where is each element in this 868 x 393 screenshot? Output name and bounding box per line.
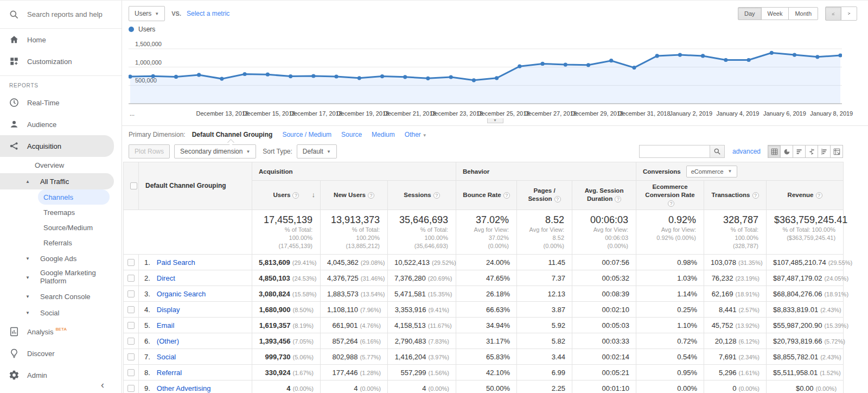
sidebar-item-referrals[interactable]: Referrals bbox=[0, 235, 122, 250]
sidebar-item-real-time[interactable]: Real-Time bbox=[0, 92, 122, 113]
column-header-sessions[interactable]: Sessions? bbox=[388, 181, 456, 210]
sidebar-item-source-medium[interactable]: Source/Medium bbox=[0, 220, 122, 235]
row-checkbox[interactable] bbox=[124, 270, 139, 286]
x-axis-tick: January 2, 2019 bbox=[669, 110, 712, 117]
granularity-month-button[interactable]: Month bbox=[788, 7, 818, 20]
dimension-source-link[interactable]: Source bbox=[341, 131, 362, 138]
sort-type-button[interactable]: Default ▼ bbox=[297, 144, 337, 159]
performance-view-button[interactable] bbox=[793, 145, 806, 158]
select-metric-link[interactable]: Select a metric bbox=[187, 10, 229, 17]
table-view-toggle bbox=[768, 145, 843, 158]
channel-link[interactable]: (Other) bbox=[157, 337, 179, 345]
channel-link[interactable]: Other Advertising bbox=[157, 384, 211, 392]
column-header-new-users[interactable]: New Users? bbox=[321, 181, 388, 210]
column-header-default-channel-grouping[interactable]: Default Channel Grouping bbox=[139, 162, 252, 210]
column-header-transactions[interactable]: Transactions? bbox=[704, 181, 767, 210]
row-checkbox[interactable] bbox=[124, 349, 139, 365]
sidebar-item-acquisition[interactable]: Acquisition bbox=[0, 135, 114, 157]
dimension-default-channel-grouping[interactable]: Default Channel Grouping bbox=[192, 131, 273, 138]
table-search-button[interactable] bbox=[710, 145, 725, 158]
pivot-view-button[interactable] bbox=[830, 145, 843, 158]
help-icon[interactable]: ? bbox=[816, 192, 822, 199]
expand-down-icon[interactable]: ▼ bbox=[25, 275, 31, 280]
percentage-view-button[interactable] bbox=[780, 145, 793, 158]
help-icon[interactable]: ? bbox=[433, 192, 440, 199]
line-chart-button[interactable] bbox=[825, 7, 841, 21]
row-checkbox[interactable] bbox=[124, 318, 139, 333]
expand-down-icon[interactable]: ▼ bbox=[25, 310, 31, 315]
column-header-users[interactable]: Users?↓ bbox=[252, 181, 321, 210]
channel-link[interactable]: Email bbox=[157, 321, 175, 329]
chart-expand-handle[interactable]: ▼ bbox=[487, 118, 503, 123]
motion-chart-button[interactable] bbox=[841, 7, 857, 21]
help-icon[interactable]: ? bbox=[368, 192, 374, 199]
chart-canvas[interactable]: 500,0001,000,0001,500,000 bbox=[129, 35, 842, 107]
data-view-button[interactable] bbox=[768, 145, 781, 158]
column-header-revenue[interactable]: Revenue? bbox=[767, 181, 844, 210]
sidebar-item-treemaps[interactable]: Treemaps bbox=[0, 205, 122, 220]
sidebar-item-all-traffic[interactable]: ▲All Traffic bbox=[0, 173, 114, 189]
sidebar-item-discover[interactable]: Discover bbox=[0, 343, 122, 364]
channel-link[interactable]: Paid Search bbox=[157, 258, 195, 267]
help-icon[interactable]: ? bbox=[752, 192, 759, 199]
sidebar-item-audience[interactable]: Audience bbox=[0, 113, 122, 135]
row-checkbox[interactable] bbox=[124, 365, 139, 381]
dimension-other-dropdown[interactable]: Other▼ bbox=[405, 131, 427, 138]
metric-selector-button[interactable]: Users ▼ bbox=[129, 6, 165, 21]
help-icon[interactable]: ? bbox=[503, 192, 510, 199]
granularity-week-button[interactable]: Week bbox=[761, 7, 789, 20]
column-header-bounce-rate[interactable]: Bounce Rate? bbox=[456, 181, 517, 210]
channel-link[interactable]: Social bbox=[157, 353, 176, 361]
sidebar-item-google-marketing-platform[interactable]: ▼Google Marketing Platform bbox=[0, 267, 122, 288]
table-search-input[interactable] bbox=[639, 145, 710, 158]
collapse-up-icon[interactable]: ▲ bbox=[25, 179, 31, 184]
column-header-ecommerce-conversion-rate[interactable]: Ecommerce Conversion Rate? bbox=[636, 181, 704, 210]
sidebar-item-analysis[interactable]: AnalysisBETA bbox=[0, 321, 122, 343]
help-icon[interactable]: ? bbox=[615, 196, 621, 202]
sidebar-item-social[interactable]: ▼Social bbox=[0, 305, 122, 321]
total-avg-session-duration: 00:06:03Avg for View: 00:06:03(0.00%) bbox=[572, 210, 636, 255]
metric-cell-ecommerce-conversion-rate: 0.95% bbox=[636, 365, 704, 381]
plot-rows-button[interactable]: Plot Rows bbox=[129, 144, 170, 159]
row-checkbox[interactable] bbox=[124, 286, 139, 302]
expand-down-icon[interactable]: ▼ bbox=[25, 256, 31, 261]
help-icon[interactable]: ? bbox=[554, 196, 561, 202]
users-legend-label: Users bbox=[138, 26, 155, 33]
column-header-pages-session[interactable]: Pages / Session? bbox=[517, 181, 572, 210]
channel-link[interactable]: Referral bbox=[157, 369, 182, 377]
sort-descending-icon[interactable]: ↓ bbox=[312, 191, 316, 200]
sidebar-item-overview[interactable]: Overview bbox=[0, 157, 122, 173]
metric-selector-value: Users bbox=[135, 10, 151, 17]
sidebar-item-home[interactable]: Home bbox=[0, 29, 122, 50]
channel-link[interactable]: Organic Search bbox=[157, 290, 206, 298]
channel-link[interactable]: Direct bbox=[157, 274, 175, 282]
sidebar-item-search-console[interactable]: ▼Search Console bbox=[0, 288, 122, 305]
channel-link[interactable]: Display bbox=[157, 306, 180, 314]
help-icon[interactable]: ? bbox=[668, 200, 674, 207]
secondary-dimension-button[interactable]: Secondary dimension ▼ bbox=[174, 144, 256, 159]
metric-cell-revenue: $68,804,276.06(18.91%) bbox=[767, 286, 844, 302]
help-icon[interactable]: ? bbox=[292, 192, 299, 199]
sidebar-item-google-ads[interactable]: ▼Google Ads bbox=[0, 250, 122, 267]
row-checkbox[interactable] bbox=[124, 302, 139, 318]
row-checkbox[interactable] bbox=[124, 333, 139, 349]
dimension-source-medium-link[interactable]: Source / Medium bbox=[282, 131, 331, 138]
conversions-goal-select[interactable]: eCommerce▼ bbox=[686, 166, 737, 178]
select-all-checkbox[interactable] bbox=[124, 162, 139, 210]
sidebar-search[interactable]: Search reports and help bbox=[0, 1, 122, 29]
sidebar-item-customization[interactable]: Customization bbox=[0, 50, 122, 72]
row-checkbox[interactable] bbox=[124, 381, 139, 393]
expand-down-icon[interactable]: ▼ bbox=[25, 294, 31, 299]
comparison-view-button[interactable] bbox=[805, 145, 818, 158]
term-cloud-view-button[interactable] bbox=[818, 145, 831, 158]
sidebar-collapse-icon[interactable]: ‹ bbox=[101, 379, 104, 391]
column-header-avg-session-duration[interactable]: Avg. Session Duration? bbox=[572, 181, 636, 210]
granularity-day-button[interactable]: Day bbox=[738, 7, 762, 20]
row-number: 4. bbox=[144, 306, 150, 314]
advanced-search-link[interactable]: advanced bbox=[732, 148, 761, 155]
sidebar-item-channels[interactable]: Channels bbox=[38, 189, 110, 205]
dimension-medium-link[interactable]: Medium bbox=[372, 131, 395, 138]
row-number: 8. bbox=[144, 369, 150, 377]
metric-cell-transactions: 45,752(13.92%) bbox=[704, 318, 767, 333]
row-checkbox[interactable] bbox=[124, 255, 139, 270]
